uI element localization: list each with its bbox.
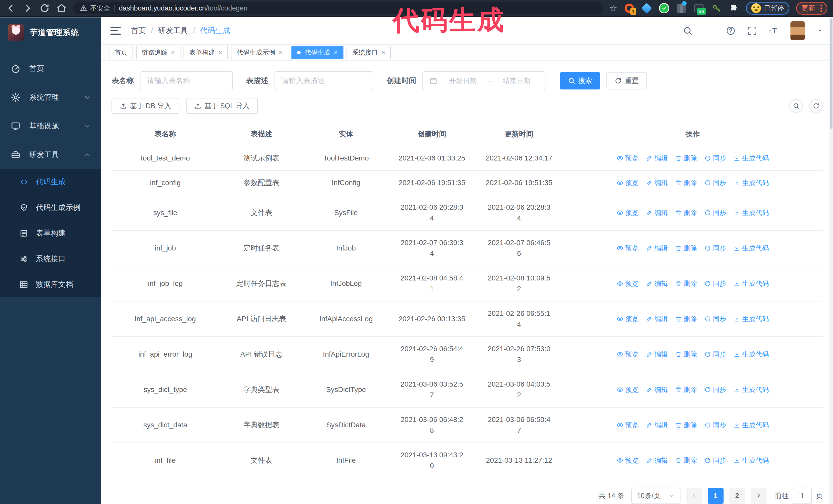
- action-trash-link[interactable]: 删除: [675, 455, 697, 466]
- sidebar-item-monitor[interactable]: 基础设施: [0, 112, 101, 141]
- sidebar-subitem-form[interactable]: 表单构建: [0, 220, 101, 246]
- search-button[interactable]: 搜索: [560, 72, 600, 90]
- page-size-select[interactable]: 10条/页: [631, 487, 681, 504]
- action-edit-link[interactable]: 编辑: [646, 419, 668, 430]
- fullscreen-icon[interactable]: [747, 26, 757, 35]
- action-eye-link[interactable]: 预览: [617, 177, 639, 188]
- profile-chip[interactable]: 已暂停: [746, 2, 789, 15]
- action-sync-link[interactable]: 同步: [704, 384, 727, 395]
- sidebar-subitem-dbtable[interactable]: 数据库文档: [0, 272, 101, 297]
- gray-columns-extension-icon[interactable]: [676, 3, 687, 14]
- action-eye-link[interactable]: 预览: [617, 153, 639, 164]
- orange-ring-extension-icon[interactable]: 1: [624, 3, 635, 14]
- green-key-extension-icon[interactable]: [711, 3, 722, 14]
- table-desc-input[interactable]: [282, 77, 366, 85]
- fontsize-icon[interactable]: tT: [769, 26, 779, 35]
- tab-系统接口[interactable]: 系统接口×: [347, 46, 391, 59]
- next-page-button[interactable]: [751, 488, 767, 504]
- close-icon[interactable]: ×: [171, 48, 175, 56]
- tab-代码生成[interactable]: 代码生成×: [291, 46, 343, 59]
- action-sync-link[interactable]: 同步: [704, 177, 727, 188]
- date-range-picker[interactable]: 开始日期 - 结束日期: [422, 71, 545, 90]
- sidebar-item-toolbox[interactable]: 研发工具: [0, 141, 101, 169]
- action-edit-link[interactable]: 编辑: [646, 455, 668, 466]
- github-icon[interactable]: [704, 26, 714, 35]
- sql-import-button[interactable]: 基于 SQL 导入: [186, 98, 258, 114]
- address-bar[interactable]: 不安全 dashboard.yudao.iocoder.cn/tool/code…: [73, 2, 603, 14]
- action-sync-link[interactable]: 同步: [704, 455, 727, 466]
- action-trash-link[interactable]: 删除: [675, 384, 697, 395]
- action-edit-link[interactable]: 编辑: [646, 177, 668, 188]
- action-sync-link[interactable]: 同步: [704, 208, 727, 218]
- home-icon[interactable]: [56, 3, 67, 13]
- breadcrumb-item-home[interactable]: 首页: [131, 26, 146, 36]
- close-icon[interactable]: ×: [218, 48, 222, 56]
- prev-page-button[interactable]: [686, 488, 702, 504]
- action-download-link[interactable]: 生成代码: [734, 455, 769, 466]
- window-scrollbar[interactable]: [829, 18, 833, 504]
- refresh-table-button[interactable]: [809, 99, 823, 113]
- action-eye-link[interactable]: 预览: [617, 455, 639, 466]
- browser-update-button[interactable]: 更新: [796, 2, 827, 15]
- action-download-link[interactable]: 生成代码: [734, 208, 769, 218]
- action-edit-link[interactable]: 编辑: [646, 153, 668, 164]
- puzzle-extensions-icon[interactable]: [729, 3, 739, 14]
- hamburger-icon[interactable]: [111, 27, 121, 35]
- action-eye-link[interactable]: 预览: [617, 384, 639, 395]
- action-download-link[interactable]: 生成代码: [734, 419, 769, 430]
- action-eye-link[interactable]: 预览: [617, 208, 639, 218]
- back-icon[interactable]: [6, 3, 16, 13]
- sidebar-item-gear[interactable]: 系统管理: [0, 83, 101, 112]
- bookmark-star-icon[interactable]: ☆: [610, 3, 617, 13]
- search-icon[interactable]: [683, 26, 693, 35]
- action-sync-link[interactable]: 同步: [704, 153, 727, 164]
- table-name-input[interactable]: [147, 77, 225, 85]
- action-trash-link[interactable]: 删除: [675, 208, 697, 218]
- user-avatar[interactable]: [790, 21, 805, 40]
- tab-表单构建[interactable]: 表单构建×: [184, 46, 228, 59]
- action-edit-link[interactable]: 编辑: [646, 384, 668, 395]
- action-download-link[interactable]: 生成代码: [734, 278, 769, 289]
- action-trash-link[interactable]: 删除: [675, 349, 697, 360]
- reset-button[interactable]: 重置: [606, 72, 647, 90]
- sidebar-item-dashboard[interactable]: 首页: [0, 54, 101, 83]
- action-download-link[interactable]: 生成代码: [734, 349, 769, 360]
- action-eye-link[interactable]: 预览: [617, 419, 639, 430]
- close-icon[interactable]: ×: [279, 48, 282, 56]
- scrollbar-thumb[interactable]: [830, 19, 832, 129]
- action-eye-link[interactable]: 预览: [617, 314, 639, 324]
- action-download-link[interactable]: 生成代码: [734, 314, 769, 324]
- action-eye-link[interactable]: 预览: [617, 243, 639, 254]
- close-icon[interactable]: ×: [381, 48, 385, 56]
- sidebar-subitem-sliders[interactable]: 系统接口: [0, 246, 101, 272]
- blue-gem-extension-icon[interactable]: [641, 3, 652, 14]
- action-sync-link[interactable]: 同步: [704, 314, 727, 324]
- toggle-search-button[interactable]: [789, 99, 803, 113]
- dark-on-extension-icon[interactable]: on: [694, 3, 704, 14]
- action-sync-link[interactable]: 同步: [704, 349, 727, 360]
- green-check-extension-icon[interactable]: [659, 3, 669, 14]
- action-edit-link[interactable]: 编辑: [646, 243, 668, 254]
- action-trash-link[interactable]: 删除: [675, 177, 697, 188]
- action-edit-link[interactable]: 编辑: [646, 278, 668, 289]
- action-trash-link[interactable]: 删除: [675, 278, 697, 289]
- action-download-link[interactable]: 生成代码: [734, 243, 769, 254]
- forward-icon[interactable]: [23, 3, 33, 13]
- action-eye-link[interactable]: 预览: [617, 278, 639, 289]
- action-sync-link[interactable]: 同步: [704, 419, 727, 430]
- action-edit-link[interactable]: 编辑: [646, 208, 668, 218]
- action-edit-link[interactable]: 编辑: [646, 314, 668, 324]
- sidebar-logo-row[interactable]: 芋道管理系统: [0, 18, 101, 48]
- close-icon[interactable]: ×: [334, 48, 338, 56]
- caret-down-icon[interactable]: [816, 27, 823, 34]
- browser-menu-icon[interactable]: [820, 5, 822, 12]
- page-button-1[interactable]: 1: [708, 488, 723, 504]
- action-trash-link[interactable]: 删除: [675, 314, 697, 324]
- page-button-2[interactable]: 2: [729, 488, 745, 504]
- action-download-link[interactable]: 生成代码: [734, 177, 769, 188]
- sidebar-subitem-shield[interactable]: 代码生成示例: [0, 195, 101, 220]
- action-trash-link[interactable]: 删除: [675, 419, 697, 430]
- reload-icon[interactable]: [40, 3, 50, 13]
- goto-page-input[interactable]: [793, 487, 812, 504]
- action-trash-link[interactable]: 删除: [675, 243, 697, 254]
